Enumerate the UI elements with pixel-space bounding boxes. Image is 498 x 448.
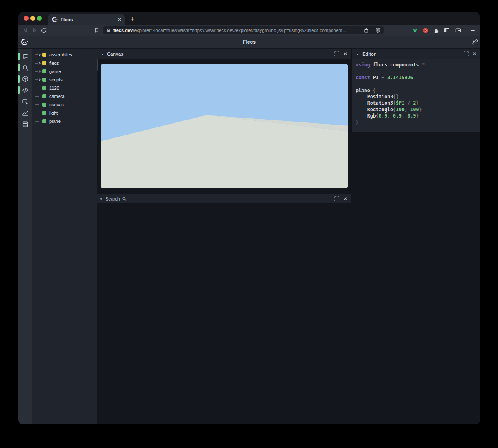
url-path: /explorer/?local=true&wasm=https://www.f… <box>133 28 347 33</box>
tree-row[interactable]: light <box>32 109 97 117</box>
code-line: - Position3{} <box>356 94 477 100</box>
close-icon[interactable]: ✕ <box>343 196 347 202</box>
wallet-icon[interactable] <box>454 26 463 34</box>
scene-svg <box>101 64 349 189</box>
tab-close-icon[interactable]: ✕ <box>117 17 122 22</box>
main-area: ⌄ Canvas ✕ <box>97 49 480 424</box>
entity-color-square <box>42 103 46 107</box>
entity-color-square <box>42 111 46 115</box>
entity-color-square <box>42 119 46 123</box>
page-title: Flecs <box>18 36 480 48</box>
icon-sidebar <box>18 49 32 424</box>
url-bar[interactable]: flecs.dev/explorer/?local=true&wasm=http… <box>103 26 384 34</box>
share-link-icon[interactable] <box>471 39 478 45</box>
leaf-dash-icon <box>35 94 42 98</box>
leaf-dash-icon <box>35 86 42 90</box>
leaf-dash-icon <box>35 111 42 115</box>
active-indicator <box>18 75 20 83</box>
collapsed-dot-icon[interactable] <box>100 198 102 200</box>
lock-icon <box>106 28 111 33</box>
code-line <box>356 68 477 74</box>
minimize-window-button[interactable] <box>30 16 35 21</box>
navigation-bar: flecs.dev/explorer/?local=true&wasm=http… <box>18 25 480 36</box>
back-icon[interactable] <box>21 26 30 34</box>
close-icon[interactable]: ✕ <box>472 51 476 57</box>
editor-panel-header[interactable]: ⌄ Editor ✕ <box>352 49 480 59</box>
expand-chevron-icon[interactable] <box>35 69 42 73</box>
canvas-panel-header[interactable]: ⌄ Canvas ✕ <box>97 49 351 59</box>
sidebar-item-tree[interactable] <box>18 51 32 62</box>
entity-color-square <box>42 69 46 73</box>
brave-shield-icon[interactable] <box>375 27 381 33</box>
code-line: - Rgb{0.9, 0.9, 0.9} <box>356 113 477 119</box>
browser-tab[interactable]: Flecs ✕ <box>48 14 125 25</box>
menu-hamburger-icon[interactable] <box>468 26 477 34</box>
tree-row[interactable]: flecs <box>32 59 97 67</box>
new-tab-button[interactable]: + <box>127 14 138 24</box>
sidebar-item-inspector[interactable] <box>18 96 32 107</box>
tree-row[interactable]: canvas <box>32 100 97 109</box>
sidebar-item-code[interactable] <box>18 85 32 95</box>
code-line: using flecs.components.* <box>356 62 477 68</box>
sidebar-item-search[interactable] <box>18 62 32 73</box>
active-indicator <box>18 64 20 71</box>
tree-row[interactable]: 1120 <box>32 84 97 92</box>
code-line: } <box>356 120 477 126</box>
code-line: plane { <box>356 88 477 94</box>
tree-row-label: assemblies <box>49 52 72 57</box>
extensions-puzzle-icon[interactable] <box>432 26 441 34</box>
fullscreen-icon[interactable] <box>464 51 469 56</box>
tree-row-label: light <box>49 110 58 115</box>
close-icon[interactable]: ✕ <box>343 51 347 57</box>
sidebar-item-stats[interactable] <box>18 108 32 118</box>
tab-title: Flecs <box>61 17 117 22</box>
zoom-window-button[interactable] <box>37 16 42 21</box>
expand-chevron-icon[interactable] <box>35 61 42 65</box>
v-extension-icon[interactable]: V <box>410 26 420 34</box>
tree-list: assembliesflecsgamescripts1120cameracanv… <box>32 51 97 125</box>
entity-color-square <box>42 61 46 65</box>
editor-body: using flecs.components.* const PI = 3.14… <box>352 59 480 132</box>
browser-window: Flecs ✕ + flecs.dev/explorer/?local=true… <box>18 12 480 424</box>
tree-row[interactable]: assemblies <box>32 51 97 59</box>
share-icon[interactable] <box>364 27 369 33</box>
sidebar-item-entities[interactable] <box>18 73 32 84</box>
expand-chevron-icon[interactable] <box>35 78 42 82</box>
editor-panel: ⌄ Editor ✕ using flecs.components.* cons… <box>351 49 480 132</box>
tree-row-label: scripts <box>49 77 63 82</box>
entity-color-square <box>42 86 46 90</box>
tree-row[interactable]: game <box>32 67 97 76</box>
leaf-dash-icon <box>35 103 42 107</box>
app-header: Flecs <box>18 36 480 48</box>
sidebar-toggle-icon[interactable] <box>442 26 451 34</box>
leaf-dash-icon <box>35 119 42 123</box>
url-domain: flecs.dev <box>113 28 133 33</box>
tree-row[interactable]: camera <box>32 92 97 100</box>
canvas-3d-view[interactable] <box>100 64 349 189</box>
search-icon <box>122 196 127 201</box>
chevron-down-icon[interactable]: ⌄ <box>356 51 359 56</box>
entity-color-square <box>42 53 46 57</box>
code-editor[interactable]: using flecs.components.* const PI = 3.14… <box>356 62 477 126</box>
screen: Flecs ✕ + flecs.dev/explorer/?local=true… <box>0 0 498 448</box>
reload-icon[interactable] <box>39 26 48 34</box>
chevron-down-icon[interactable]: ⌄ <box>100 51 104 56</box>
fullscreen-icon[interactable] <box>334 196 339 201</box>
tree-row[interactable]: plane <box>32 117 97 125</box>
tree-row-label: plane <box>49 119 61 124</box>
bookmark-icon[interactable] <box>92 26 101 34</box>
active-indicator <box>18 86 20 94</box>
tree-row-label: flecs <box>49 61 59 66</box>
forward-icon[interactable] <box>30 26 39 34</box>
expand-chevron-icon[interactable] <box>35 53 42 57</box>
flecs-favicon <box>52 17 58 22</box>
search-panel-header[interactable]: Search ✕ <box>97 194 351 204</box>
sidebar-item-queries[interactable] <box>18 119 32 130</box>
close-window-button[interactable] <box>24 16 29 21</box>
url-bar-divider <box>372 28 372 33</box>
entity-color-square <box>42 78 46 82</box>
tree-row[interactable]: scripts <box>32 76 97 84</box>
tree-row-label: game <box>49 69 61 74</box>
fullscreen-icon[interactable] <box>334 51 339 56</box>
red-extension-icon[interactable] <box>421 26 430 34</box>
